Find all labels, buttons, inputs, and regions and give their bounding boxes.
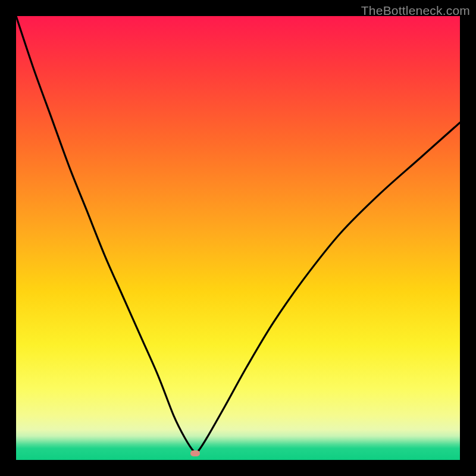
bottleneck-curve <box>16 16 460 460</box>
chart-frame: TheBottleneck.com <box>0 0 476 476</box>
optimum-marker <box>190 450 200 456</box>
plot-area <box>16 16 460 460</box>
watermark-text: TheBottleneck.com <box>361 4 470 18</box>
